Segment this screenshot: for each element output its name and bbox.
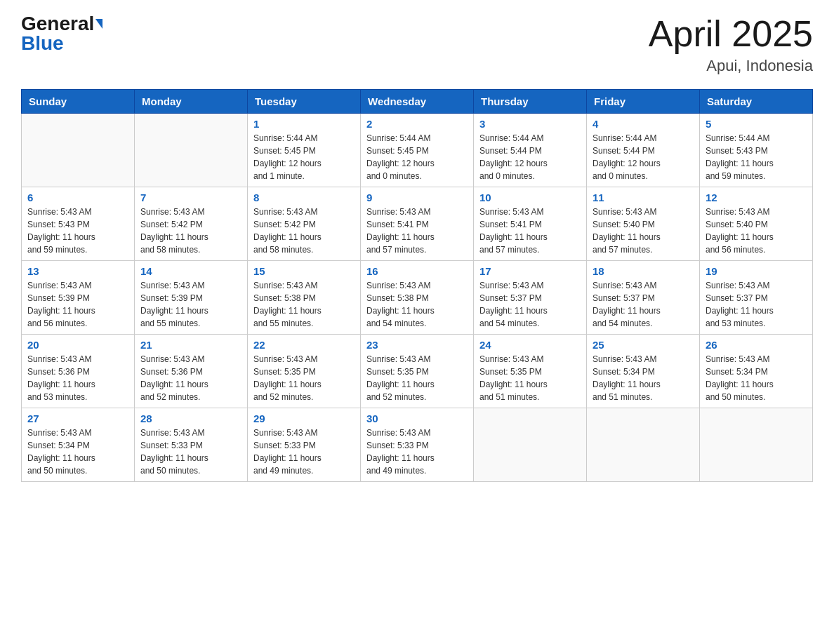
weekday-header-thursday: Thursday: [474, 90, 587, 114]
day-number: 26: [706, 339, 807, 351]
calendar-cell: 22Sunrise: 5:43 AMSunset: 5:35 PMDayligh…: [248, 335, 361, 408]
calendar-cell: 26Sunrise: 5:43 AMSunset: 5:34 PMDayligh…: [700, 335, 813, 408]
week-row-2: 6Sunrise: 5:43 AMSunset: 5:43 PMDaylight…: [22, 187, 813, 261]
week-row-5: 27Sunrise: 5:43 AMSunset: 5:34 PMDayligh…: [22, 408, 813, 482]
logo-blue-text: Blue: [21, 34, 64, 53]
week-row-3: 13Sunrise: 5:43 AMSunset: 5:39 PMDayligh…: [22, 261, 813, 335]
calendar-cell: 20Sunrise: 5:43 AMSunset: 5:36 PMDayligh…: [22, 335, 135, 408]
day-number: 23: [366, 339, 468, 351]
calendar-cell: 3Sunrise: 5:44 AMSunset: 5:44 PMDaylight…: [474, 114, 587, 187]
calendar-table: SundayMondayTuesdayWednesdayThursdayFrid…: [21, 89, 813, 482]
calendar-cell: 9Sunrise: 5:43 AMSunset: 5:41 PMDaylight…: [361, 187, 474, 261]
location-title: Apui, Indonesia: [649, 57, 813, 75]
day-info: Sunrise: 5:43 AMSunset: 5:35 PMDaylight:…: [479, 353, 581, 403]
calendar-cell: 14Sunrise: 5:43 AMSunset: 5:39 PMDayligh…: [135, 261, 248, 335]
day-number: 24: [479, 339, 581, 351]
day-info: Sunrise: 5:43 AMSunset: 5:35 PMDaylight:…: [366, 353, 468, 403]
day-info: Sunrise: 5:43 AMSunset: 5:36 PMDaylight:…: [27, 353, 128, 403]
calendar-cell: 7Sunrise: 5:43 AMSunset: 5:42 PMDaylight…: [135, 187, 248, 261]
day-info: Sunrise: 5:44 AMSunset: 5:45 PMDaylight:…: [366, 132, 468, 182]
week-row-4: 20Sunrise: 5:43 AMSunset: 5:36 PMDayligh…: [22, 335, 813, 408]
calendar-cell: 21Sunrise: 5:43 AMSunset: 5:36 PMDayligh…: [135, 335, 248, 408]
logo: General Blue: [21, 14, 102, 53]
calendar-cell: 24Sunrise: 5:43 AMSunset: 5:35 PMDayligh…: [474, 335, 587, 408]
day-info: Sunrise: 5:44 AMSunset: 5:45 PMDaylight:…: [253, 132, 355, 182]
calendar-cell: 1Sunrise: 5:44 AMSunset: 5:45 PMDaylight…: [248, 114, 361, 187]
logo-general-text: General: [21, 14, 94, 34]
day-info: Sunrise: 5:43 AMSunset: 5:38 PMDaylight:…: [253, 279, 355, 330]
day-info: Sunrise: 5:43 AMSunset: 5:33 PMDaylight:…: [253, 427, 355, 477]
day-number: 22: [253, 339, 355, 351]
calendar-cell: 25Sunrise: 5:43 AMSunset: 5:34 PMDayligh…: [587, 335, 700, 408]
day-number: 7: [140, 192, 241, 203]
weekday-header-friday: Friday: [587, 90, 700, 114]
day-number: 21: [140, 339, 241, 351]
day-number: 10: [479, 192, 581, 203]
calendar-cell: 11Sunrise: 5:43 AMSunset: 5:40 PMDayligh…: [587, 187, 700, 261]
calendar-cell: [135, 114, 248, 187]
day-number: 27: [27, 412, 128, 424]
day-number: 20: [27, 339, 128, 351]
weekday-header-wednesday: Wednesday: [361, 90, 474, 114]
day-number: 14: [140, 265, 241, 277]
day-number: 11: [593, 192, 694, 203]
day-info: Sunrise: 5:43 AMSunset: 5:34 PMDaylight:…: [593, 353, 694, 403]
day-number: 19: [706, 265, 807, 277]
day-number: 3: [479, 118, 581, 130]
day-info: Sunrise: 5:44 AMSunset: 5:44 PMDaylight:…: [593, 132, 694, 182]
day-number: 2: [366, 118, 468, 130]
day-number: 15: [253, 265, 355, 277]
day-info: Sunrise: 5:43 AMSunset: 5:42 PMDaylight:…: [140, 206, 241, 256]
calendar-cell: 8Sunrise: 5:43 AMSunset: 5:42 PMDaylight…: [248, 187, 361, 261]
day-info: Sunrise: 5:43 AMSunset: 5:34 PMDaylight:…: [27, 427, 128, 477]
calendar-cell: 10Sunrise: 5:43 AMSunset: 5:41 PMDayligh…: [474, 187, 587, 261]
day-info: Sunrise: 5:43 AMSunset: 5:36 PMDaylight:…: [140, 353, 241, 403]
logo-triangle-icon: [95, 19, 102, 29]
day-info: Sunrise: 5:43 AMSunset: 5:42 PMDaylight:…: [253, 206, 355, 256]
day-number: 12: [706, 192, 807, 203]
day-info: Sunrise: 5:43 AMSunset: 5:35 PMDaylight:…: [253, 353, 355, 403]
day-number: 28: [140, 412, 241, 424]
day-info: Sunrise: 5:43 AMSunset: 5:37 PMDaylight:…: [593, 279, 694, 330]
day-info: Sunrise: 5:43 AMSunset: 5:41 PMDaylight:…: [479, 206, 581, 256]
day-number: 4: [593, 118, 694, 130]
weekday-header-monday: Monday: [135, 90, 248, 114]
weekday-header-sunday: Sunday: [22, 90, 135, 114]
calendar-cell: 12Sunrise: 5:43 AMSunset: 5:40 PMDayligh…: [700, 187, 813, 261]
day-info: Sunrise: 5:43 AMSunset: 5:38 PMDaylight:…: [366, 279, 468, 330]
day-number: 25: [593, 339, 694, 351]
calendar-cell: 30Sunrise: 5:43 AMSunset: 5:33 PMDayligh…: [361, 408, 474, 482]
week-row-1: 1Sunrise: 5:44 AMSunset: 5:45 PMDaylight…: [22, 114, 813, 187]
day-number: 9: [366, 192, 468, 203]
day-info: Sunrise: 5:43 AMSunset: 5:37 PMDaylight:…: [706, 279, 807, 330]
day-number: 17: [479, 265, 581, 277]
weekday-header-tuesday: Tuesday: [248, 90, 361, 114]
day-info: Sunrise: 5:43 AMSunset: 5:37 PMDaylight:…: [479, 279, 581, 330]
day-info: Sunrise: 5:44 AMSunset: 5:43 PMDaylight:…: [706, 132, 807, 182]
day-number: 8: [253, 192, 355, 203]
day-number: 6: [27, 192, 128, 203]
calendar-cell: [22, 114, 135, 187]
calendar-cell: 5Sunrise: 5:44 AMSunset: 5:43 PMDaylight…: [700, 114, 813, 187]
calendar-cell: 29Sunrise: 5:43 AMSunset: 5:33 PMDayligh…: [248, 408, 361, 482]
calendar-cell: 23Sunrise: 5:43 AMSunset: 5:35 PMDayligh…: [361, 335, 474, 408]
day-info: Sunrise: 5:43 AMSunset: 5:39 PMDaylight:…: [27, 279, 128, 330]
weekday-header-saturday: Saturday: [700, 90, 813, 114]
day-info: Sunrise: 5:43 AMSunset: 5:40 PMDaylight:…: [593, 206, 694, 256]
calendar-cell: 15Sunrise: 5:43 AMSunset: 5:38 PMDayligh…: [248, 261, 361, 335]
day-number: 5: [706, 118, 807, 130]
day-number: 18: [593, 265, 694, 277]
day-number: 1: [253, 118, 355, 130]
title-area: April 2025 Apui, Indonesia: [649, 14, 813, 75]
calendar-cell: [474, 408, 587, 482]
month-title: April 2025: [649, 14, 813, 54]
calendar-cell: 19Sunrise: 5:43 AMSunset: 5:37 PMDayligh…: [700, 261, 813, 335]
day-info: Sunrise: 5:43 AMSunset: 5:43 PMDaylight:…: [27, 206, 128, 256]
calendar-cell: 28Sunrise: 5:43 AMSunset: 5:33 PMDayligh…: [135, 408, 248, 482]
day-number: 30: [366, 412, 468, 424]
calendar-cell: 6Sunrise: 5:43 AMSunset: 5:43 PMDaylight…: [22, 187, 135, 261]
calendar-cell: 13Sunrise: 5:43 AMSunset: 5:39 PMDayligh…: [22, 261, 135, 335]
calendar-cell: [700, 408, 813, 482]
calendar-cell: 17Sunrise: 5:43 AMSunset: 5:37 PMDayligh…: [474, 261, 587, 335]
day-number: 16: [366, 265, 468, 277]
